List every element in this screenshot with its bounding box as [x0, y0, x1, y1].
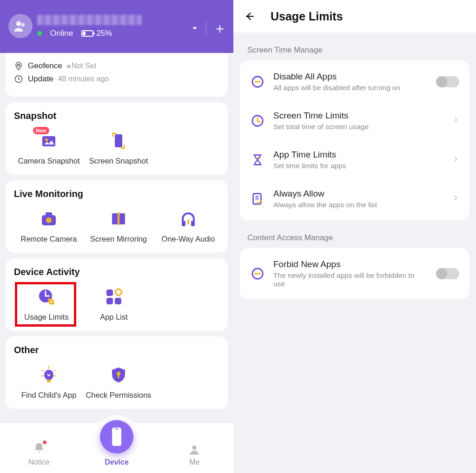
geofence-label: Geofence	[28, 61, 62, 71]
nav-notice[interactable]: Notice	[0, 441, 78, 466]
svg-rect-19	[106, 298, 113, 304]
svg-rect-18	[106, 289, 113, 296]
svg-point-33	[192, 446, 197, 450]
screen-time-section-label: Screen Time Manage	[247, 46, 476, 55]
app-time-limits-row[interactable]: App Time Limits Set time limits for apps	[240, 140, 469, 179]
other-card: Other Find Child's App Check Permissions	[6, 336, 228, 409]
disable-all-apps-toggle[interactable]	[436, 76, 459, 87]
svg-rect-15	[187, 220, 189, 224]
new-badge: New	[33, 127, 49, 134]
geofence-icon	[14, 61, 23, 71]
update-value: 48 minutes ago	[58, 75, 109, 83]
live-monitoring-title: Live Monitoring	[14, 189, 219, 199]
camera-snapshot-icon: New	[40, 131, 58, 150]
screen-time-limits-title: Screen Time Limits	[273, 111, 443, 121]
svg-rect-13	[182, 221, 185, 226]
screen-snapshot-tile[interactable]: Screen Snapshot	[84, 128, 153, 165]
svg-rect-12	[118, 212, 119, 225]
back-button[interactable]	[244, 10, 256, 22]
always-allow-row[interactable]: Always Allow Always allow the apps on th…	[240, 179, 469, 218]
forbid-new-apps-toggle[interactable]	[436, 268, 459, 279]
update-row[interactable]: Update 48 minutes ago	[14, 74, 219, 84]
online-status-text: Online	[50, 29, 73, 38]
online-dot-icon	[37, 31, 42, 36]
battery-icon	[81, 30, 93, 37]
person-icon	[188, 443, 201, 456]
svg-rect-32	[115, 428, 119, 429]
screen-time-limits-sub: Set total time of screen usage	[273, 123, 443, 131]
geofence-row[interactable]: Geofence Not Set	[14, 61, 219, 71]
remote-camera-label: Remote Camera	[20, 235, 77, 243]
svg-rect-11	[119, 213, 125, 224]
live-monitoring-card: Live Monitoring Remote Camera Screen Mir…	[6, 180, 228, 253]
screen-snapshot-icon	[109, 131, 128, 150]
disable-all-apps-title: Disable All Apps	[273, 72, 428, 82]
hourglass-icon	[250, 152, 265, 167]
update-label: Update	[28, 74, 53, 84]
chevron-right-icon	[452, 116, 459, 125]
clock-icon	[14, 74, 23, 84]
app-time-limits-title: App Time Limits	[273, 150, 443, 160]
phone-icon	[100, 420, 133, 453]
divider	[206, 22, 206, 34]
usage-limits-title: Usage Limits	[271, 10, 343, 23]
svg-point-17	[48, 299, 54, 304]
nav-notice-label: Notice	[28, 458, 49, 466]
always-allow-title: Always Allow	[273, 189, 443, 199]
nav-me[interactable]: Me	[156, 443, 233, 466]
device-header: Online 25% ＋	[0, 0, 233, 53]
screen-mirroring-label: Screen Mirroring	[90, 235, 147, 243]
avatar[interactable]	[8, 14, 33, 38]
app-list-tile[interactable]: App List	[79, 284, 149, 322]
forbid-new-apps-title: Forbid New Apps	[273, 259, 428, 269]
svg-point-5	[45, 138, 48, 141]
disable-icon	[250, 74, 265, 89]
nav-device-label: Device	[105, 458, 129, 466]
one-way-audio-label: One-Way Audio	[162, 235, 215, 243]
svg-point-1	[21, 23, 25, 26]
disable-all-apps-sub: All apps will be disabled after turning …	[273, 84, 428, 92]
list-check-icon	[250, 191, 265, 206]
device-activity-title: Device Activity	[14, 267, 219, 277]
forbid-new-apps-row[interactable]: Forbid New Apps The newly installed apps…	[240, 250, 469, 297]
device-info-card: Geofence Not Set Update 48 minutes ago	[6, 53, 228, 97]
one-way-audio-tile[interactable]: One-Way Audio	[153, 206, 223, 243]
nav-device[interactable]: Device	[78, 420, 155, 466]
usage-limits-screen: Usage Limits Screen Time Manage Disable …	[233, 0, 476, 473]
svg-rect-14	[191, 221, 195, 226]
disable-all-apps-row[interactable]: Disable All Apps All apps will be disabl…	[240, 62, 469, 101]
svg-point-2	[18, 64, 20, 66]
app-list-label: App List	[100, 313, 128, 322]
find-child-app-label: Find Child's App	[21, 391, 77, 400]
find-child-app-tile[interactable]: Find Child's App	[14, 362, 84, 400]
device-status-row: Online 25%	[37, 29, 112, 38]
device-switch-dropdown[interactable]	[190, 24, 199, 33]
svg-point-9	[46, 217, 52, 223]
remote-camera-tile[interactable]: Remote Camera	[14, 206, 84, 243]
screen-mirroring-icon	[109, 210, 128, 228]
content-access-section-label: Content Access Manage	[247, 233, 476, 243]
svg-rect-21	[115, 289, 123, 296]
notification-dot-icon	[43, 440, 46, 444]
screen-snapshot-label: Screen Snapshot	[89, 157, 148, 165]
forbid-new-apps-sub: The newly installed apps will be forbidd…	[273, 271, 428, 288]
camera-icon	[40, 210, 58, 228]
forbid-icon	[250, 266, 265, 281]
svg-line-23	[42, 370, 44, 371]
snapshot-card: Snapshot New Camera Snapshot Screen Snap…	[6, 102, 228, 175]
chevron-right-icon	[452, 194, 459, 204]
check-permissions-tile[interactable]: Check Permissions	[84, 362, 153, 400]
nav-me-label: Me	[189, 458, 199, 466]
camera-snapshot-tile[interactable]: New Camera Snapshot	[14, 128, 84, 165]
screen-time-limits-row[interactable]: Screen Time Limits Set total time of scr…	[240, 101, 469, 140]
svg-rect-8	[46, 212, 52, 216]
add-device-button[interactable]: ＋	[213, 24, 227, 33]
geofence-status: Not Set	[72, 62, 96, 70]
battery-percent: 25%	[96, 29, 112, 38]
bottom-nav: Notice Device Me	[0, 423, 233, 473]
app-list-icon	[105, 288, 123, 306]
chevron-right-icon	[452, 155, 459, 164]
usage-limits-header: Usage Limits	[233, 0, 476, 33]
headphones-icon	[179, 210, 198, 228]
screen-mirroring-tile[interactable]: Screen Mirroring	[84, 206, 153, 243]
